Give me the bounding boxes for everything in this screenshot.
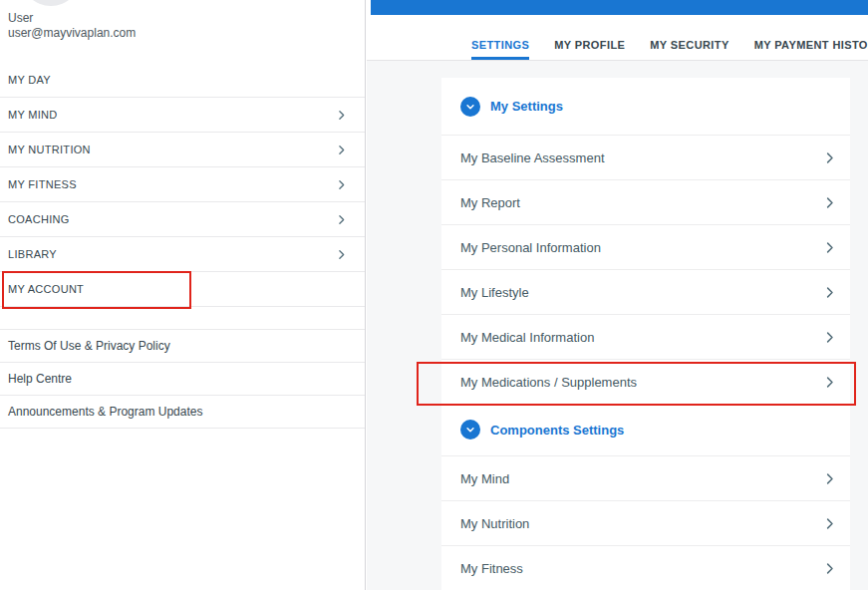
sidebar-footer-label: Help Centre xyxy=(8,372,72,386)
settings-card: My Settings My Baseline Assessment My Re… xyxy=(441,78,850,590)
list-item-label: My Report xyxy=(460,195,520,210)
list-item-personal-information[interactable]: My Personal Information xyxy=(441,224,850,269)
section-header-my-settings[interactable]: My Settings xyxy=(441,78,850,135)
tab-my-payment-history[interactable]: MY PAYMENT HISTORY xyxy=(754,39,868,60)
sidebar-item-coaching[interactable]: COACHING xyxy=(0,202,365,237)
sidebar-item-label: MY NUTRITION xyxy=(8,144,91,155)
list-item-label: My Nutrition xyxy=(460,516,529,531)
chevron-right-icon xyxy=(335,248,348,261)
chevron-down-circle-icon[interactable] xyxy=(460,97,480,117)
section-title: My Settings xyxy=(490,99,563,114)
sidebar-nav: MY DAY MY MIND MY NUTRITION MY FITNESS C… xyxy=(0,63,365,307)
sidebar-item-label: LIBRARY xyxy=(8,248,57,260)
list-item-label: My Personal Information xyxy=(460,240,601,255)
list-item-my-mind[interactable]: My Mind xyxy=(441,455,850,500)
chevron-right-icon xyxy=(822,561,837,576)
user-block: User user@mayvivaplan.com xyxy=(8,11,136,41)
tab-settings[interactable]: SETTINGS xyxy=(471,39,529,60)
sidebar-item-terms[interactable]: Terms Of Use & Privacy Policy xyxy=(0,330,365,363)
list-item-my-report[interactable]: My Report xyxy=(441,179,850,224)
sidebar-footer: Terms Of Use & Privacy Policy Help Centr… xyxy=(0,329,365,429)
chevron-down-circle-icon[interactable] xyxy=(460,420,480,440)
chevron-right-icon xyxy=(822,285,837,300)
sidebar-item-my-account[interactable]: MY ACCOUNT xyxy=(0,272,365,307)
chevron-right-icon xyxy=(822,516,837,531)
tab-bar: SETTINGS MY PROFILE MY SECURITY MY PAYME… xyxy=(367,15,868,61)
sidebar-item-label: MY MIND xyxy=(8,109,58,121)
list-item-baseline-assessment[interactable]: My Baseline Assessment xyxy=(441,135,850,179)
chevron-right-icon xyxy=(335,144,348,156)
chevron-right-icon xyxy=(335,213,348,226)
list-item-my-fitness[interactable]: My Fitness xyxy=(441,545,850,590)
list-item-label: My Mind xyxy=(460,471,509,486)
list-item-label: My Baseline Assessment xyxy=(460,150,605,165)
list-item-label: My Lifestyle xyxy=(460,285,529,300)
list-item-label: My Medications / Supplements xyxy=(460,375,637,390)
user-name: User xyxy=(8,11,136,26)
tab-my-profile[interactable]: MY PROFILE xyxy=(554,39,625,60)
section-header-components-settings[interactable]: Components Settings xyxy=(441,404,850,455)
chevron-right-icon xyxy=(822,330,837,345)
list-item-my-lifestyle[interactable]: My Lifestyle xyxy=(441,269,850,314)
chevron-right-icon xyxy=(822,375,837,390)
sidebar: User user@mayvivaplan.com MY DAY MY MIND… xyxy=(0,0,366,590)
tab-my-security[interactable]: MY SECURITY xyxy=(650,39,728,60)
sidebar-item-label: COACHING xyxy=(8,213,70,225)
sidebar-item-my-mind[interactable]: MY MIND xyxy=(0,98,365,133)
sidebar-item-announcements[interactable]: Announcements & Program Updates xyxy=(0,396,365,429)
sidebar-footer-label: Announcements & Program Updates xyxy=(8,405,202,419)
sidebar-item-help-centre[interactable]: Help Centre xyxy=(0,363,365,396)
chevron-right-icon xyxy=(822,471,837,486)
list-item-label: My Fitness xyxy=(460,561,523,576)
sidebar-footer-label: Terms Of Use & Privacy Policy xyxy=(8,339,170,353)
sidebar-item-label: MY ACCOUNT xyxy=(8,283,84,295)
chevron-right-icon xyxy=(335,178,348,191)
sidebar-item-label: MY FITNESS xyxy=(8,178,77,190)
chevron-right-icon xyxy=(822,195,837,210)
sidebar-item-label: MY DAY xyxy=(8,74,51,86)
settings-content: My Settings My Baseline Assessment My Re… xyxy=(367,61,868,590)
main-panel: SETTINGS MY PROFILE MY SECURITY MY PAYME… xyxy=(367,0,868,590)
user-email: user@mayvivaplan.com xyxy=(8,26,136,41)
sidebar-item-my-nutrition[interactable]: MY NUTRITION xyxy=(0,133,365,167)
chevron-right-icon xyxy=(822,240,837,255)
list-item-label: My Medical Information xyxy=(460,330,594,345)
list-item-medications-supplements[interactable]: My Medications / Supplements xyxy=(441,359,850,404)
sidebar-item-my-day[interactable]: MY DAY xyxy=(0,63,365,98)
list-item-my-nutrition[interactable]: My Nutrition xyxy=(441,500,850,545)
sidebar-item-my-fitness[interactable]: MY FITNESS xyxy=(0,167,365,202)
sidebar-item-library[interactable]: LIBRARY xyxy=(0,237,365,272)
top-accent-bar xyxy=(371,0,868,15)
list-item-medical-information[interactable]: My Medical Information xyxy=(441,314,850,359)
chevron-right-icon xyxy=(335,109,348,122)
avatar xyxy=(21,0,81,6)
chevron-right-icon xyxy=(822,150,837,165)
section-title: Components Settings xyxy=(490,423,624,438)
